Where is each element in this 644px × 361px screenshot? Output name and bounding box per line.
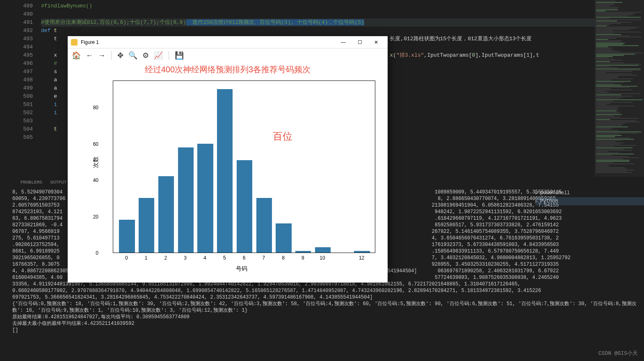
minimize-button[interactable]: — <box>335 37 352 48</box>
x-tick: 9 <box>301 255 304 261</box>
y-tick: 0 <box>96 250 98 256</box>
figure-window[interactable]: Figure 1 — ☐ ✕ 🏠 ← → ✥ 🔍 ⚙ 📈 💾 经过400次神经网… <box>68 36 388 283</box>
x-tick: 6 <box>243 255 246 261</box>
x-tick: 7 <box>262 255 265 261</box>
line-number-gutter: 4894904914924934944954964974984995005015… <box>0 0 41 177</box>
panel-tab-problems[interactable]: PROBLEMS <box>21 180 42 185</box>
y-tick: 80 <box>93 105 98 110</box>
bar <box>158 176 174 253</box>
terminal-instance-python[interactable]: ▷Python <box>535 197 644 205</box>
chevron-icon: ▷ <box>535 191 538 195</box>
zoom-icon[interactable]: 🔍 <box>128 51 137 60</box>
bar <box>354 251 370 253</box>
panel-tab-output[interactable]: OUTPUT <box>50 180 67 185</box>
y-axis-label: 次数 <box>92 156 100 168</box>
bar <box>237 160 252 253</box>
pan-icon[interactable]: ✥ <box>117 51 123 60</box>
terminal-instance-powershell[interactable]: ▷powershell <box>535 189 644 197</box>
bar <box>295 251 311 253</box>
figure-titlebar[interactable]: Figure 1 — ☐ ✕ <box>68 36 388 48</box>
bar <box>315 247 331 253</box>
watermark: CSDN @GIS小天 <box>598 350 638 357</box>
maximize-button[interactable]: ☐ <box>352 37 368 48</box>
x-tick: 12 <box>359 255 364 261</box>
close-button[interactable]: ✕ <box>368 37 384 48</box>
bar <box>217 89 233 253</box>
x-tick: 1 <box>145 255 148 261</box>
y-tick: 40 <box>93 177 98 183</box>
bar <box>256 198 272 253</box>
figure-icon <box>71 39 78 46</box>
x-axis-label: 号码 <box>236 265 247 273</box>
terminal-list: ▷powershell▷Python <box>531 189 644 214</box>
bar <box>178 147 194 253</box>
chevron-icon: ▷ <box>535 199 538 204</box>
bar <box>119 220 135 253</box>
axes-icon[interactable]: 📈 <box>154 51 163 60</box>
minimap[interactable] <box>595 0 644 177</box>
y-tick: 60 <box>93 141 98 147</box>
figure-toolbar: 🏠 ← → ✥ 🔍 ⚙ 📈 💾 <box>68 48 388 62</box>
panel-tabs: PROBLEMSOUTPUT <box>21 180 66 185</box>
figure-title: Figure 1 <box>81 39 335 45</box>
x-tick: 5 <box>223 255 226 261</box>
y-tick: 20 <box>93 214 98 220</box>
configure-icon[interactable]: ⚙ <box>142 51 149 60</box>
x-tick: 0 <box>125 255 128 261</box>
x-tick: 4 <box>203 255 206 261</box>
bar <box>197 144 213 253</box>
bar <box>276 223 291 253</box>
chart-area: 经过400次神经网络预测排列3各推荐号码频次 百位 次数 号码 02040608… <box>68 64 388 282</box>
chart-title: 经过400次神经网络预测排列3各推荐号码频次 <box>68 64 388 75</box>
save-icon[interactable]: 💾 <box>175 51 184 60</box>
bar <box>139 198 154 253</box>
back-icon[interactable]: ← <box>86 51 93 60</box>
chart-axes <box>113 80 375 253</box>
x-tick: 8 <box>282 255 285 261</box>
x-tick: 2 <box>164 255 167 261</box>
forward-icon[interactable]: → <box>98 51 105 60</box>
x-tick: 3 <box>184 255 187 261</box>
home-icon[interactable]: 🏠 <box>72 51 81 60</box>
x-tick: 10 <box>320 255 325 261</box>
